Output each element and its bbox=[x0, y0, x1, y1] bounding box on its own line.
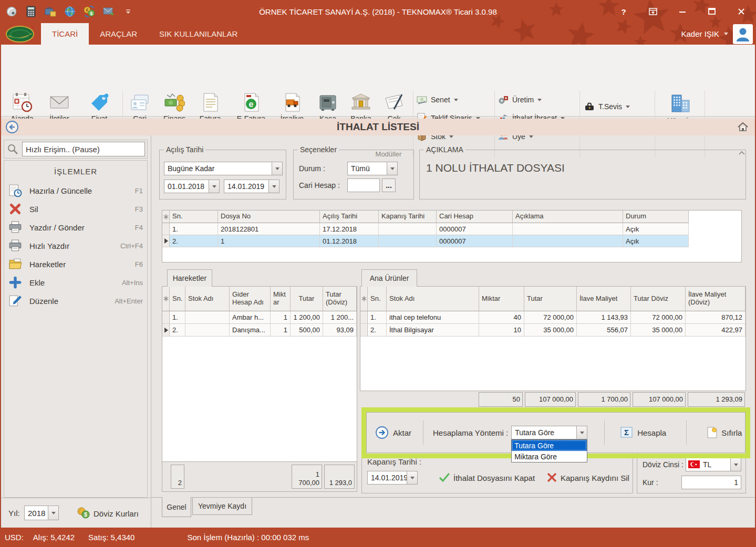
maximize-button[interactable] bbox=[706, 5, 718, 18]
total-tutar: 107 000,00 bbox=[525, 392, 576, 407]
column-header[interactable]: Sn. bbox=[368, 287, 387, 311]
currency-rates-icon: $ bbox=[77, 506, 90, 520]
avatar bbox=[733, 24, 753, 44]
chevron-down-icon[interactable] bbox=[730, 458, 741, 471]
tab-ticari[interactable]: TİCARİ bbox=[41, 23, 89, 45]
search-input[interactable] bbox=[22, 142, 145, 156]
table-row[interactable]: 1. ithal cep telefonu 40 72 000,00 1 143… bbox=[360, 311, 745, 324]
secenekler-groupbox: Seçenekler Durum : Tümü Cari Hesap : ... bbox=[293, 150, 414, 199]
column-header[interactable]: Tutar bbox=[291, 287, 323, 311]
column-header[interactable]: İlave Maliyet (Döviz) bbox=[686, 287, 745, 311]
sidebar-item-hareketler[interactable]: HareketlerF6 bbox=[8, 255, 143, 273]
kapanis-date-combo[interactable]: 14.01.2019 bbox=[367, 471, 418, 485]
mail-icon[interactable] bbox=[102, 5, 115, 18]
aktar-button[interactable]: Aktar bbox=[393, 428, 411, 437]
column-header[interactable]: Miktar bbox=[271, 287, 291, 311]
search-icon bbox=[6, 143, 19, 155]
close-button[interactable] bbox=[735, 5, 748, 18]
column-header[interactable]: Sn. bbox=[170, 287, 185, 311]
total-tutar: 1 700,00 bbox=[292, 465, 322, 489]
chevron-down-icon[interactable] bbox=[387, 162, 397, 175]
column-header[interactable]: Dosya No bbox=[218, 211, 320, 223]
date-from-combo[interactable]: 01.01.2018 bbox=[164, 180, 220, 193]
row-marker-icon bbox=[163, 238, 169, 244]
sidebar-item-duzenle[interactable]: DüzenleAlt+Enter bbox=[8, 292, 143, 310]
briefcase-icon[interactable] bbox=[44, 5, 57, 18]
column-header[interactable]: Tutar bbox=[524, 287, 577, 311]
column-header[interactable]: Tutar (Döviz) bbox=[323, 287, 357, 311]
tab-genel[interactable]: Genel bbox=[162, 497, 191, 517]
sidebar-item-yazdir-gonder[interactable]: Yazdır / GönderF4 bbox=[8, 218, 143, 236]
column-header[interactable]: Sn. bbox=[170, 211, 218, 223]
currency-exchange-icon[interactable]: €$ bbox=[83, 5, 96, 18]
column-header[interactable]: Miktar bbox=[479, 287, 524, 311]
column-header[interactable]: Tutar Döviz bbox=[631, 287, 686, 311]
column-header[interactable]: Stok Adı bbox=[387, 287, 479, 311]
tab-ana-urunler[interactable]: Ana Ürünler bbox=[361, 269, 417, 287]
column-header[interactable]: İlave Maliyet bbox=[577, 287, 631, 311]
sifirla-button[interactable]: Sıfırla bbox=[721, 428, 742, 437]
total-ilave-maliyet-doviz: 1 293,09 bbox=[688, 392, 745, 407]
cheque-icon bbox=[384, 92, 405, 113]
table-row[interactable]: 1. 2018122801 17.12.2018 0000007 Açık bbox=[162, 223, 689, 235]
user-menu[interactable]: Kader IŞIK bbox=[681, 23, 756, 45]
close-import-file-button[interactable]: İthalat Dosyasını Kapat bbox=[453, 474, 535, 482]
column-header[interactable]: Gider Hesap Adı bbox=[230, 287, 271, 311]
teknomax-logo[interactable] bbox=[0, 23, 41, 45]
currency-rates-button[interactable]: Döviz Kurları bbox=[94, 509, 139, 518]
column-header[interactable]: Stok Adı bbox=[185, 287, 230, 311]
table-row[interactable]: 1. Ambar h... 1 1 200,00 1 200... bbox=[162, 311, 357, 324]
chevron-down-icon[interactable] bbox=[407, 471, 417, 484]
column-header[interactable]: Kapanış Tarihi bbox=[379, 211, 437, 223]
sidebar-item-sil[interactable]: SilF3 bbox=[8, 200, 143, 218]
back-button[interactable] bbox=[5, 120, 19, 134]
column-header[interactable]: Açılış Tarihi bbox=[320, 211, 379, 223]
kur-input[interactable] bbox=[681, 476, 741, 489]
tab-araclar[interactable]: ARAÇLAR bbox=[89, 23, 148, 45]
sidebar-item-hazirla-guncelle[interactable]: Hazırla / GüncelleF1 bbox=[8, 182, 143, 199]
chevron-down-icon[interactable] bbox=[576, 426, 587, 439]
delete-closing-record-button[interactable]: Kapanış Kaydını Sil bbox=[561, 474, 629, 482]
date-to-combo[interactable]: 14.01.2019 bbox=[224, 180, 279, 193]
home-icon[interactable] bbox=[737, 121, 749, 133]
column-header[interactable]: Cari Hesap bbox=[437, 211, 513, 223]
senet-button[interactable]: Senet bbox=[417, 94, 458, 105]
table-row-selected[interactable]: 2. 1 01.12.2018 0000007 Açık bbox=[162, 235, 689, 247]
truck-document-icon bbox=[282, 92, 303, 113]
doviz-cinsi-combo[interactable]: TL bbox=[686, 458, 741, 471]
date-preset-combo[interactable]: Bugüne Kadar bbox=[164, 162, 283, 175]
chevron-down-icon[interactable] bbox=[268, 180, 279, 193]
tab-sik-kullanilanlar[interactable]: SIK KULLANILANLAR bbox=[148, 23, 248, 45]
check-icon bbox=[439, 472, 450, 483]
hesaplama-yontemi-combo[interactable]: Tutara Göre Tutara Göre Miktara Göre bbox=[511, 426, 587, 439]
total-tutar-doviz: 107 000,00 bbox=[633, 392, 686, 407]
tab-hareketler[interactable]: Hareketler bbox=[167, 269, 212, 287]
table-row-current[interactable]: 2. Danışma... 1 500,00 93,09 bbox=[162, 324, 357, 336]
sidebar-item-ekle[interactable]: EkleAlt+Ins bbox=[8, 274, 143, 291]
calculator-icon[interactable] bbox=[25, 5, 37, 18]
minimize-button[interactable] bbox=[676, 5, 689, 18]
durum-combo[interactable]: Tümü bbox=[347, 162, 398, 175]
hesapla-button[interactable]: Hesapla bbox=[637, 428, 666, 437]
sidebar-item-hizli-yazdir[interactable]: Hızlı YazdırCtrl+F4 bbox=[8, 237, 143, 255]
uretim-button[interactable]: Üretim bbox=[498, 94, 542, 105]
cari-hesap-input[interactable] bbox=[347, 178, 380, 192]
chevron-down-icon[interactable] bbox=[48, 506, 58, 520]
chevron-down-icon[interactable] bbox=[272, 162, 282, 175]
dropdown-option[interactable]: Miktara Göre bbox=[512, 451, 587, 462]
help-button[interactable]: ? bbox=[617, 5, 630, 18]
column-header[interactable]: Açıklama bbox=[513, 211, 623, 223]
globe-icon[interactable] bbox=[64, 5, 76, 18]
turkish-flag-icon bbox=[688, 460, 700, 471]
tab-yevmiye-kaydi[interactable]: Yevmiye Kaydı bbox=[192, 498, 252, 515]
window-restore-up-icon[interactable] bbox=[647, 5, 659, 18]
dropdown-option-selected[interactable]: Tutara Göre bbox=[512, 440, 587, 451]
satellite-icon[interactable] bbox=[5, 5, 18, 18]
column-header[interactable]: Durum bbox=[623, 211, 689, 223]
table-row[interactable]: 2. İthal Bilgisayar 10 35 000,00 556,07 … bbox=[360, 324, 745, 336]
year-combo[interactable]: 2018 bbox=[24, 506, 59, 520]
t-sevis-button[interactable]: T.Sevis bbox=[584, 101, 630, 112]
cari-hesap-browse-button[interactable]: ... bbox=[382, 178, 396, 192]
chevron-down-icon[interactable] bbox=[209, 180, 219, 193]
qat-menu-icon[interactable] bbox=[122, 5, 134, 18]
